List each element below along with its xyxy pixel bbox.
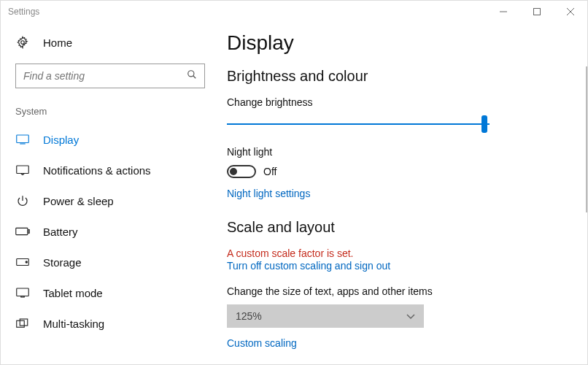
storage-icon bbox=[15, 258, 30, 266]
svg-rect-14 bbox=[17, 288, 29, 296]
search-input[interactable] bbox=[23, 70, 187, 82]
section-scale: Scale and layout bbox=[227, 219, 558, 236]
night-light-toggle[interactable] bbox=[227, 165, 256, 178]
toggle-knob bbox=[230, 168, 237, 175]
section-brightness: Brightness and colour bbox=[227, 68, 558, 85]
slider-thumb[interactable] bbox=[481, 115, 487, 133]
nav-item-label: Multi-tasking bbox=[43, 318, 104, 330]
nav-item-battery[interactable]: Battery bbox=[15, 216, 205, 247]
nav-item-notifications[interactable]: Notifications & actions bbox=[15, 155, 205, 185]
maximize-button[interactable] bbox=[520, 1, 554, 23]
scale-dropdown-value: 125% bbox=[236, 310, 262, 322]
night-light-label: Night light bbox=[227, 146, 558, 158]
svg-rect-10 bbox=[16, 228, 28, 234]
window-title: Settings bbox=[8, 7, 39, 17]
nav-item-label: Display bbox=[43, 134, 79, 146]
tablet-icon bbox=[15, 288, 30, 298]
search-box[interactable] bbox=[15, 64, 205, 88]
turn-off-scaling-link[interactable]: Turn off custom scaling and sign out bbox=[227, 260, 390, 272]
svg-point-5 bbox=[188, 71, 194, 77]
nav-item-label: Battery bbox=[43, 226, 78, 238]
nav-list: Display Notifications & actions Power & … bbox=[15, 124, 205, 339]
scrollbar[interactable] bbox=[586, 66, 587, 212]
svg-line-6 bbox=[193, 76, 196, 79]
nav-item-tablet[interactable]: Tablet mode bbox=[15, 277, 205, 308]
multitasking-icon bbox=[15, 318, 30, 328]
svg-rect-9 bbox=[17, 166, 29, 174]
svg-rect-7 bbox=[17, 135, 29, 143]
custom-scaling-link[interactable]: Custom scaling bbox=[227, 337, 297, 349]
svg-rect-16 bbox=[17, 320, 25, 327]
battery-icon bbox=[15, 227, 30, 236]
nav-item-multitasking[interactable]: Multi-tasking bbox=[15, 308, 205, 339]
scale-dropdown[interactable]: 125% bbox=[227, 304, 424, 328]
titlebar: Settings bbox=[1, 1, 587, 23]
scale-size-label: Change the size of text, apps and other … bbox=[227, 285, 558, 297]
slider-track bbox=[227, 123, 490, 125]
gear-icon bbox=[15, 36, 30, 49]
category-label: System bbox=[15, 106, 205, 117]
svg-rect-1 bbox=[534, 9, 541, 15]
svg-rect-17 bbox=[20, 319, 28, 326]
close-button[interactable] bbox=[554, 1, 587, 23]
nav-item-label: Power & sleep bbox=[43, 195, 114, 207]
display-icon bbox=[15, 134, 30, 145]
sidebar: Home System Display Notifications & acti… bbox=[1, 23, 220, 364]
nav-item-label: Notifications & actions bbox=[43, 164, 151, 177]
minimize-button[interactable] bbox=[487, 1, 520, 23]
night-light-settings-link[interactable]: Night light settings bbox=[227, 188, 310, 199]
svg-point-13 bbox=[26, 261, 27, 263]
brightness-label: Change brightness bbox=[227, 96, 558, 108]
home-button[interactable]: Home bbox=[15, 36, 205, 49]
nav-item-storage[interactable]: Storage bbox=[15, 247, 205, 277]
home-label: Home bbox=[43, 36, 72, 49]
brightness-slider[interactable] bbox=[227, 115, 490, 133]
search-icon bbox=[187, 69, 197, 82]
nav-item-label: Storage bbox=[43, 256, 82, 269]
power-icon bbox=[15, 195, 30, 207]
window-controls bbox=[487, 1, 587, 23]
night-light-state: Off bbox=[263, 166, 276, 177]
chevron-down-icon bbox=[406, 310, 415, 322]
main-content: Display Brightness and colour Change bri… bbox=[220, 23, 587, 364]
svg-rect-11 bbox=[28, 230, 30, 234]
svg-rect-15 bbox=[21, 296, 25, 298]
svg-point-4 bbox=[21, 41, 25, 45]
page-title: Display bbox=[227, 31, 558, 55]
nav-item-display[interactable]: Display bbox=[15, 124, 205, 155]
nav-item-label: Tablet mode bbox=[43, 287, 103, 299]
nav-item-power[interactable]: Power & sleep bbox=[15, 185, 205, 216]
scale-warning: A custom scale factor is set. bbox=[227, 247, 558, 259]
notifications-icon bbox=[15, 165, 30, 175]
